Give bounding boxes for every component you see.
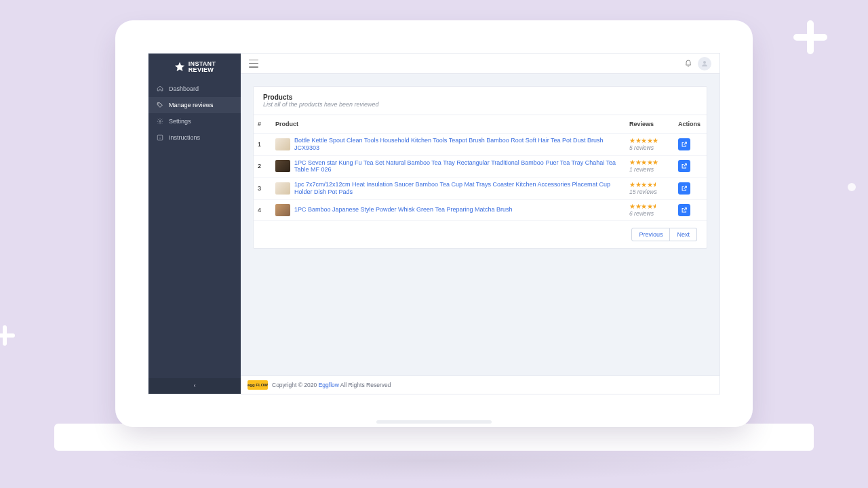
pagination: Previous Next <box>254 221 707 248</box>
product-cell: 1PC Seven star Kung Fu Tea Set Natural B… <box>271 155 625 178</box>
open-action-button[interactable] <box>678 160 690 172</box>
table-row: 41PC Bamboo Japanese Style Powder Whisk … <box>254 199 707 220</box>
review-count: 15 reviews <box>629 188 670 195</box>
bell-icon <box>684 59 692 67</box>
product-thumbnail <box>275 138 290 150</box>
reviews-cell: ★★★★★1 reviews <box>625 155 674 178</box>
actions-cell <box>674 178 707 200</box>
product-cell: 1PC Bamboo Japanese Style Powder Whisk G… <box>271 199 625 220</box>
card-subtitle: List all of the products have been revie… <box>263 101 697 108</box>
external-link-icon <box>681 141 688 148</box>
actions-cell <box>674 134 707 156</box>
reviews-cell: ★★★★★15 reviews <box>625 178 674 200</box>
col-reviews: Reviews <box>625 115 674 134</box>
star-rating: ★★★★★ <box>629 182 670 188</box>
external-link-icon <box>681 185 688 192</box>
products-card: Products List all of the products have b… <box>253 86 707 249</box>
eggflow-badge: egg FLOW <box>248 380 268 390</box>
copyright-text-post: All Rights Reserved <box>339 382 391 388</box>
next-page-button[interactable]: Next <box>670 228 697 241</box>
product-link[interactable]: 1PC Bamboo Japanese Style Powder Whisk G… <box>294 206 513 214</box>
app-window: INSTANT REVIEW Dashboard Manage reviews <box>148 53 720 394</box>
user-icon <box>701 60 709 68</box>
star-rating: ★★★★★ <box>629 138 670 144</box>
star-icon <box>174 61 186 73</box>
star-rating: ★★★★★ <box>629 159 670 166</box>
product-thumbnail <box>275 204 290 216</box>
products-table: # Product Reviews Actions 1Bottle Kettle… <box>254 115 707 221</box>
review-count: 6 reviews <box>629 210 670 217</box>
card-title: Products <box>263 94 697 101</box>
sidebar-item-dashboard[interactable]: Dashboard <box>149 81 241 97</box>
sidebar-item-instructions[interactable]: Instructions <box>149 129 241 146</box>
footer: egg FLOW Copyright © 2020 Eggflow All Ri… <box>241 375 719 394</box>
table-row: 31pc 7x7cm/12x12cm Heat Insulation Sauce… <box>254 178 707 200</box>
svg-point-3 <box>703 61 706 64</box>
user-avatar[interactable] <box>698 57 711 70</box>
row-number: 3 <box>254 178 271 200</box>
card-header: Products List all of the products have b… <box>254 87 707 115</box>
sidebar-item-label: Manage reviews <box>169 102 214 108</box>
device-frame: INSTANT REVIEW Dashboard Manage reviews <box>115 20 753 427</box>
dashboard-icon <box>157 85 163 92</box>
decorative-plus <box>793 20 827 57</box>
review-count: 1 reviews <box>629 166 670 173</box>
table-row: 1Bottle Kettle Spout Clean Tools Househo… <box>254 134 707 156</box>
hamburger-button[interactable] <box>249 60 258 68</box>
sidebar-item-settings[interactable]: Settings <box>149 113 241 129</box>
actions-cell <box>674 155 707 178</box>
logo-text-2: REVIEW <box>189 67 216 73</box>
eggflow-link[interactable]: Eggflow <box>319 382 339 388</box>
open-action-button[interactable] <box>678 182 690 195</box>
sidebar-item-label: Dashboard <box>169 85 199 92</box>
product-cell: 1pc 7x7cm/12x12cm Heat Insulation Saucer… <box>271 178 625 200</box>
col-actions: Actions <box>674 115 707 134</box>
sidebar-item-label: Instructions <box>169 134 200 141</box>
sidebar-nav: Dashboard Manage reviews Settings <box>149 81 241 146</box>
topbar <box>241 54 719 74</box>
content-area: Products List all of the products have b… <box>241 74 719 261</box>
actions-cell <box>674 199 707 220</box>
col-product: Product <box>271 115 625 134</box>
main-area: Products List all of the products have b… <box>241 54 719 394</box>
open-action-button[interactable] <box>678 138 690 150</box>
sidebar-item-manage-reviews[interactable]: Manage reviews <box>149 97 241 113</box>
star-rating: ★★★★★ <box>629 203 670 210</box>
product-link[interactable]: 1PC Seven star Kung Fu Tea Set Natural B… <box>294 159 621 174</box>
external-link-icon <box>681 207 688 214</box>
copyright-text-pre: Copyright © 2020 <box>272 382 319 388</box>
product-link[interactable]: 1pc 7x7cm/12x12cm Heat Insulation Saucer… <box>294 181 621 196</box>
sidebar: INSTANT REVIEW Dashboard Manage reviews <box>149 54 241 394</box>
col-number: # <box>254 115 271 134</box>
reviews-cell: ★★★★★5 reviews <box>625 134 674 156</box>
tag-icon <box>157 102 163 108</box>
product-cell: Bottle Kettle Spout Clean Tools Househol… <box>271 134 625 156</box>
gear-icon <box>157 118 163 125</box>
chevron-left-icon <box>192 383 197 388</box>
sidebar-item-label: Settings <box>169 118 191 125</box>
app-logo: INSTANT REVIEW <box>149 54 241 81</box>
notifications-button[interactable] <box>684 58 692 70</box>
decorative-dot <box>848 183 856 191</box>
svg-point-0 <box>159 104 159 104</box>
info-icon <box>157 134 163 141</box>
table-row: 21PC Seven star Kung Fu Tea Set Natural … <box>254 155 707 178</box>
open-action-button[interactable] <box>678 204 690 216</box>
row-number: 2 <box>254 155 271 178</box>
decorative-plus-left <box>0 325 15 348</box>
row-number: 1 <box>254 134 271 156</box>
row-number: 4 <box>254 199 271 220</box>
product-thumbnail <box>275 182 290 195</box>
laptop-notch <box>376 420 492 424</box>
prev-page-button[interactable]: Previous <box>631 228 670 241</box>
product-thumbnail <box>275 160 290 172</box>
product-link[interactable]: Bottle Kettle Spout Clean Tools Househol… <box>294 137 621 152</box>
svg-point-1 <box>159 121 161 123</box>
review-count: 5 reviews <box>629 144 670 151</box>
external-link-icon <box>681 163 688 169</box>
sidebar-collapse-button[interactable] <box>149 378 241 394</box>
reviews-cell: ★★★★★6 reviews <box>625 199 674 220</box>
